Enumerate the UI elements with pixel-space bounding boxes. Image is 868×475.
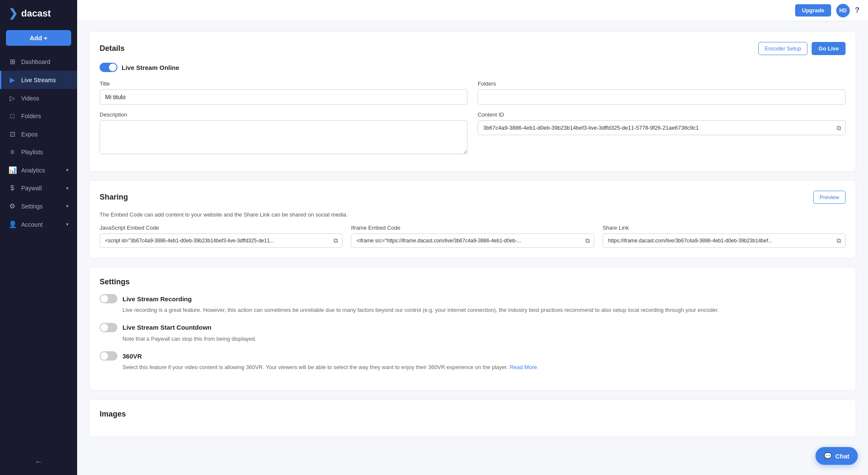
sidebar-item-label: Analytics [21, 167, 45, 174]
sharing-header: Sharing Preview [100, 191, 846, 204]
sidebar-item-label: Videos [21, 95, 39, 102]
recording-label: Live Stream Recording [122, 295, 192, 303]
js-embed-input[interactable] [100, 233, 342, 248]
sidebar-item-label: Folders [21, 113, 41, 119]
paywall-icon: $ [8, 184, 16, 192]
iframe-embed-input[interactable] [351, 233, 594, 248]
title-folders-row: Title Folders [100, 81, 846, 105]
live-stream-online-row: Live Stream Online [100, 63, 846, 72]
help-button[interactable]: ? [855, 6, 860, 15]
app-name: dacast [21, 8, 51, 19]
sidebar-item-label: Expos [21, 131, 38, 138]
settings-title: Settings [100, 278, 130, 286]
sidebar: ❯ dacast Add + ⊞ Dashboard ▶ Live Stream… [0, 0, 77, 475]
live-streams-icon: ▶ [8, 76, 16, 84]
description-label: Description [100, 111, 467, 118]
vr-desc: Select this feature if your video conten… [100, 363, 846, 372]
sidebar-item-folders[interactable]: □ Folders [0, 107, 77, 125]
share-link-input[interactable] [603, 233, 846, 248]
avatar-button[interactable]: HD [836, 4, 850, 17]
copy-content-id-button[interactable]: ⧉ [837, 124, 841, 132]
js-embed-group: JavaScript Embed Code ⧉ [100, 225, 342, 248]
images-title: Images [100, 410, 126, 419]
preview-button[interactable]: Preview [813, 191, 846, 204]
collapse-sidebar-button[interactable]: ← [35, 458, 42, 467]
recording-header: Live Stream Recording [100, 294, 846, 303]
details-header: Details Encoder Setup Go Live [100, 42, 846, 55]
folders-label: Folders [478, 81, 846, 87]
recording-toggle[interactable] [100, 294, 117, 303]
logo-icon: ❯ [8, 7, 18, 20]
chevron-down-icon: ▾ [66, 167, 69, 173]
upgrade-button[interactable]: Upgrade [795, 4, 831, 17]
sidebar-item-playlists[interactable]: ≡ Playlists [0, 143, 77, 161]
details-section: Details Encoder Setup Go Live Live Strea… [89, 31, 856, 172]
chat-label: Chat [835, 453, 849, 460]
content-id-input[interactable] [478, 120, 846, 135]
js-embed-label: JavaScript Embed Code [100, 225, 342, 231]
details-title: Details [100, 44, 125, 53]
sidebar-item-dashboard[interactable]: ⊞ Dashboard [0, 53, 77, 71]
sidebar-item-videos[interactable]: ▷ Videos [0, 89, 77, 107]
sidebar-item-expos[interactable]: ⊡ Expos [0, 125, 77, 143]
folders-icon: □ [8, 112, 16, 120]
sidebar-item-label: Settings [21, 203, 43, 210]
copy-js-embed-button[interactable]: ⧉ [334, 237, 338, 244]
sidebar-item-label: Paywall [21, 185, 42, 192]
live-stream-online-label: Live Stream Online [122, 64, 179, 71]
desc-contentid-row: Description Content ID ⧉ [100, 111, 846, 154]
iframe-embed-group: Iframe Embed Code ⧉ [351, 225, 594, 248]
description-input[interactable] [100, 120, 467, 154]
sidebar-item-live-streams[interactable]: ▶ Live Streams [0, 71, 77, 89]
copy-share-link-button[interactable]: ⧉ [837, 237, 841, 244]
sidebar-collapse: ← [0, 458, 77, 467]
details-actions: Encoder Setup Go Live [758, 42, 846, 55]
images-section: Images [89, 399, 856, 437]
iframe-embed-wrapper: ⧉ [351, 233, 594, 248]
countdown-toggle[interactable] [100, 323, 117, 332]
vr-read-more-link[interactable]: Read More. [509, 364, 538, 370]
images-header: Images [100, 410, 846, 419]
sharing-description: The Embed Code can add content to your w… [100, 211, 846, 218]
playlists-icon: ≡ [8, 148, 16, 156]
vr-label: 360VR [122, 353, 142, 360]
chat-button[interactable]: 💬 Chat [815, 447, 858, 465]
chevron-down-icon: ▾ [66, 222, 69, 227]
encoder-setup-button[interactable]: Encoder Setup [758, 42, 807, 55]
recording-desc: Live recording is a great feature. Howev… [100, 306, 846, 314]
analytics-icon: 📊 [8, 166, 16, 174]
sidebar-item-label: Account [21, 221, 43, 228]
settings-icon: ⚙ [8, 202, 16, 210]
main-content: Details Encoder Setup Go Live Live Strea… [77, 21, 868, 475]
live-stream-online-toggle[interactable] [100, 63, 117, 72]
sidebar-nav: ⊞ Dashboard ▶ Live Streams ▷ Videos □ Fo… [0, 53, 77, 233]
folders-input[interactable] [478, 89, 846, 105]
sidebar-item-account[interactable]: 👤 Account ▾ [0, 215, 77, 233]
chevron-down-icon: ▾ [66, 186, 69, 191]
embed-row: JavaScript Embed Code ⧉ Iframe Embed Cod… [100, 225, 846, 248]
dashboard-icon: ⊞ [8, 58, 16, 66]
sidebar-item-paywall[interactable]: $ Paywall ▾ [0, 179, 77, 197]
settings-section: Settings Live Stream Recording Live reco… [89, 267, 856, 391]
sidebar-item-settings[interactable]: ⚙ Settings ▾ [0, 197, 77, 215]
vr-toggle[interactable] [100, 351, 117, 361]
expos-icon: ⊡ [8, 130, 16, 138]
folders-group: Folders [478, 81, 846, 105]
title-input[interactable] [100, 89, 467, 105]
countdown-desc: Note that a Paywall can stop this from b… [100, 335, 846, 343]
countdown-header: Live Stream Start Countdown [100, 323, 846, 332]
countdown-label: Live Stream Start Countdown [122, 324, 211, 331]
sidebar-item-label: Dashboard [21, 58, 50, 65]
content-id-group: Content ID ⧉ [478, 111, 846, 154]
js-embed-wrapper: ⧉ [100, 233, 342, 248]
account-icon: 👤 [8, 220, 16, 228]
sharing-section: Sharing Preview The Embed Code can add c… [89, 180, 856, 258]
go-live-button[interactable]: Go Live [812, 42, 846, 55]
copy-iframe-embed-button[interactable]: ⧉ [585, 237, 590, 244]
share-link-label: Share Link [603, 225, 846, 231]
add-button[interactable]: Add + [6, 30, 71, 46]
sidebar-item-label: Live Streams [21, 77, 56, 83]
sidebar-item-analytics[interactable]: 📊 Analytics ▾ [0, 161, 77, 179]
content-id-wrapper: ⧉ [478, 120, 846, 135]
logo: ❯ dacast [0, 0, 77, 27]
